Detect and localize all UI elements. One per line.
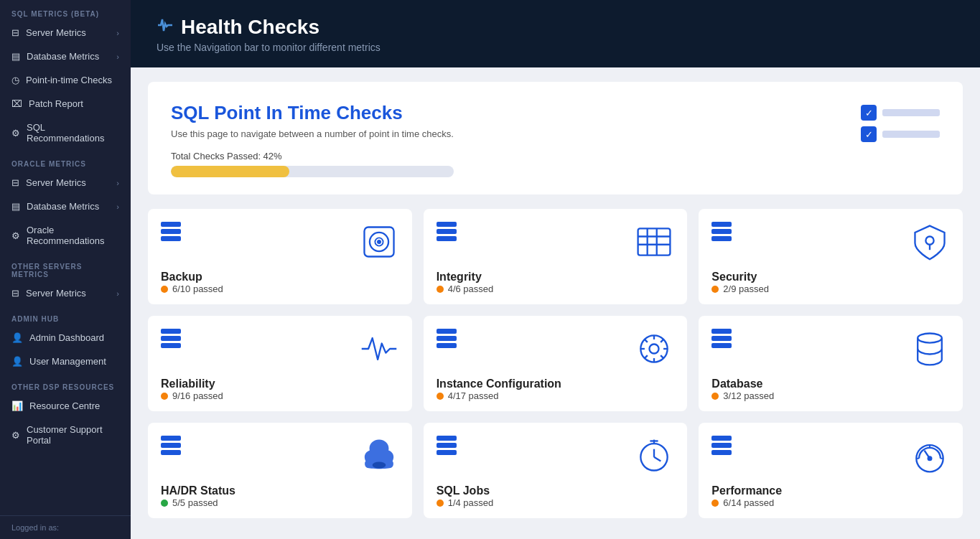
- sidebar-item-oracle-recommendations[interactable]: ⚙ Oracle Recommendations: [0, 218, 131, 253]
- sidebar-label: User Management: [29, 356, 106, 367]
- db-stack-icon: [161, 222, 181, 241]
- sidebar-item-customer-support[interactable]: ⚙ Customer Support Portal: [0, 418, 131, 452]
- sidebar-item-sql-recommendations[interactable]: ⚙ SQL Recommendations: [0, 116, 131, 150]
- sidebar-item-resource-centre[interactable]: 📊 Resource Centre: [0, 394, 131, 418]
- svg-line-27: [654, 457, 661, 461]
- server-metrics-oracle-icon: ⊟: [11, 177, 19, 188]
- sidebar-label: Server Metrics: [26, 27, 86, 38]
- metric-card-database[interactable]: Database 3/12 passed: [699, 316, 963, 411]
- status-dot-instance: [437, 393, 444, 400]
- sidebar-label: Point-in-time Checks: [26, 75, 112, 85]
- metric-name-hadr: HA/DR Status: [161, 484, 399, 497]
- main-content: Health Checks Use the Navigation bar to …: [131, 0, 980, 539]
- sidebar-item-patch-report[interactable]: ⌧ Patch Report: [0, 92, 131, 116]
- point-in-time-icon: ◷: [11, 75, 19, 85]
- svg-rect-4: [638, 228, 671, 255]
- progress-label: Total Checks Passed: 42%: [171, 151, 454, 161]
- chevron-right-icon: ›: [116, 179, 119, 187]
- svg-point-22: [372, 461, 386, 468]
- sidebar-section-admin: ADMIN HUB: [0, 305, 131, 326]
- database-metrics-oracle-icon: ▤: [11, 201, 20, 212]
- logged-in-label: Logged in as:: [0, 515, 131, 539]
- db-stack-icon: [437, 329, 457, 348]
- status-text-hadr: 5/5 passed: [172, 497, 218, 508]
- sidebar-section-dsp: OTHER DSP RESOURCES: [0, 373, 131, 394]
- metric-status-sqljobs: 1/4 passed: [437, 497, 675, 508]
- svg-line-17: [645, 339, 648, 342]
- svg-point-21: [918, 334, 942, 343]
- metric-card-integrity[interactable]: Integrity 4/6 passed: [424, 209, 688, 304]
- status-dot-database: [711, 393, 719, 400]
- status-text-performance: 6/14 passed: [723, 497, 774, 508]
- metric-status-performance: 6/14 passed: [711, 497, 950, 508]
- sidebar-item-server-metrics-oracle[interactable]: ⊟ Server Metrics ›: [0, 171, 131, 194]
- metric-card-backup[interactable]: Backup 6/10 passed: [148, 209, 412, 304]
- progress-bar-fill: [171, 166, 289, 177]
- progress-bar-background: [171, 166, 454, 177]
- sidebar-label: Server Metrics: [26, 177, 86, 188]
- sidebar-label: SQL Recommendations: [27, 122, 119, 144]
- metric-status-security: 2/9 passed: [711, 283, 950, 294]
- metric-card-performance[interactable]: Performance 6/14 passed: [699, 423, 963, 518]
- metric-card-instance[interactable]: Instance Configuration 4/17 passed: [424, 316, 688, 411]
- pit-card: SQL Point In Time Checks Use this page t…: [148, 82, 963, 194]
- sidebar-label: Resource Centre: [29, 400, 100, 411]
- metric-card-sqljobs[interactable]: SQL Jobs 1/4 passed: [424, 423, 688, 518]
- status-dot-performance: [711, 500, 719, 507]
- sidebar-item-point-in-time[interactable]: ◷ Point-in-time Checks: [0, 68, 131, 92]
- database-icon: [910, 329, 950, 369]
- sidebar-label: Admin Dashboard: [29, 332, 104, 343]
- metric-status-database: 3/12 passed: [711, 390, 950, 401]
- check-icon-2: ✓: [861, 126, 877, 142]
- status-text-database: 3/12 passed: [723, 390, 774, 401]
- status-text-sqljobs: 1/4 passed: [448, 497, 494, 508]
- metric-name-performance: Performance: [711, 484, 950, 497]
- user-mgmt-icon: 👤: [11, 356, 23, 367]
- db-stack-icon: [161, 436, 181, 455]
- oracle-rec-icon: ⚙: [11, 230, 20, 241]
- metric-card-hadr[interactable]: HA/DR Status 5/5 passed: [148, 423, 412, 518]
- support-icon: ⚙: [11, 430, 20, 441]
- sidebar-item-admin-dashboard[interactable]: 👤 Admin Dashboard: [0, 326, 131, 350]
- sidebar-label: Database Metrics: [27, 201, 99, 212]
- database-metrics-icon: ▤: [11, 51, 20, 62]
- chevron-right-icon: ›: [116, 289, 119, 298]
- security-icon: [910, 222, 950, 262]
- chevron-right-icon: ›: [116, 202, 119, 211]
- status-dot-backup: [161, 286, 168, 293]
- sidebar-item-server-metrics-sql[interactable]: ⊟ Server Metrics ›: [0, 21, 131, 44]
- sidebar-item-database-metrics-oracle[interactable]: ▤ Database Metrics ›: [0, 194, 131, 218]
- sidebar-item-user-management[interactable]: 👤 User Management: [0, 350, 131, 373]
- pulse-icon: [157, 17, 174, 38]
- status-text-integrity: 4/6 passed: [448, 283, 494, 294]
- svg-line-19: [661, 339, 663, 342]
- metric-name-integrity: Integrity: [437, 271, 675, 283]
- metric-cards-grid: Backup 6/10 passed: [148, 209, 963, 518]
- hadr-icon: [359, 436, 399, 476]
- svg-line-20: [645, 355, 648, 358]
- sidebar-item-server-metrics-other[interactable]: ⊟ Server Metrics ›: [0, 281, 131, 305]
- sidebar-label: Patch Report: [29, 98, 83, 109]
- backup-icon: [359, 222, 399, 262]
- metric-name-backup: Backup: [161, 271, 399, 283]
- metric-card-security[interactable]: Security 2/9 passed: [699, 209, 963, 304]
- svg-point-12: [650, 344, 659, 353]
- status-text-security: 2/9 passed: [723, 283, 769, 294]
- chevron-right-icon: ›: [116, 52, 119, 61]
- sidebar-item-database-metrics-sql[interactable]: ▤ Database Metrics ›: [0, 44, 131, 68]
- status-dot-sqljobs: [437, 500, 444, 507]
- sidebar-label: Server Metrics: [26, 288, 86, 299]
- svg-point-3: [378, 240, 381, 243]
- performance-icon: [910, 436, 950, 476]
- reliability-icon: [359, 329, 399, 369]
- db-stack-icon: [711, 436, 732, 455]
- pit-subtitle: Use this page to navigate between a numb…: [171, 128, 454, 139]
- metric-name-instance: Instance Configuration: [437, 378, 675, 390]
- page-header: Health Checks Use the Navigation bar to …: [131, 0, 980, 67]
- metric-name-security: Security: [711, 271, 950, 283]
- status-text-instance: 4/17 passed: [448, 390, 499, 401]
- metric-card-reliability[interactable]: Reliability 9/16 passed: [148, 316, 412, 411]
- page-subtitle: Use the Navigation bar to monitor differ…: [157, 42, 954, 53]
- metric-status-instance: 4/17 passed: [437, 390, 675, 401]
- status-dot-hadr: [161, 500, 168, 507]
